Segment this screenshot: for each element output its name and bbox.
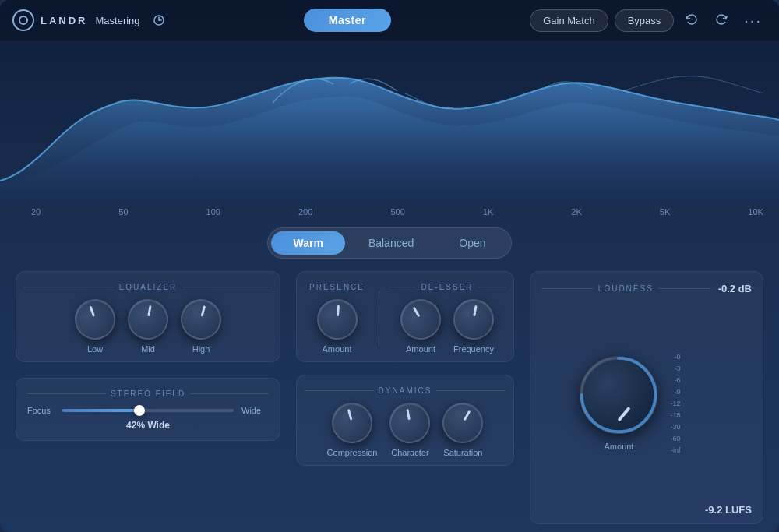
freq-labels: 20 50 100 200 500 1K 2K 5K 10K <box>0 204 779 220</box>
middle-panel: PRESENCE Amount <box>296 271 514 524</box>
tone-track: Warm Balanced Open <box>267 227 511 259</box>
meter-label-6: -6 <box>670 376 680 384</box>
left-panel: EQUALIZER Low Mid <box>16 271 280 524</box>
dynamics-compression-label: Compression <box>327 448 378 457</box>
presence-panel: PRESENCE Amount <box>305 283 379 354</box>
desser-freq-indicator <box>473 305 477 316</box>
desser-line-left <box>389 287 416 287</box>
presence-indicator <box>336 305 339 316</box>
presence-header: PRESENCE <box>305 283 369 291</box>
eq-mid-container: Mid <box>128 299 168 354</box>
compression-indicator <box>347 409 353 420</box>
freq-5k: 5K <box>660 207 670 217</box>
dynamics-header: DYNAMICS <box>305 386 506 395</box>
stereo-section: STEREO FIELD Focus Wide 42% Wide <box>16 378 280 441</box>
gain-match-button[interactable]: Gain Match <box>530 9 608 32</box>
stereo-slider[interactable] <box>62 409 234 412</box>
dynamics-compression-knob[interactable] <box>327 398 377 448</box>
header: LANDR Mastering Master Gain Match Bypass <box>0 0 779 41</box>
eq-high-container: High <box>181 299 221 354</box>
redo-button[interactable] <box>710 10 733 30</box>
loudness-main: Amount -0 -3 -6 -9 -12 -18 -30 -60 <box>580 302 713 504</box>
loudness-db-value: -0.2 dB <box>718 283 752 294</box>
stereo-thumb[interactable] <box>134 405 145 416</box>
more-options-button[interactable]: ··· <box>739 9 767 33</box>
dynamics-saturation-container: Saturation <box>442 403 483 457</box>
dynamics-label: DYNAMICS <box>379 386 432 395</box>
logo-inner-circle <box>19 16 28 25</box>
tone-warm-button[interactable]: Warm <box>271 231 344 255</box>
dynamics-character-container: Character <box>390 403 430 457</box>
dynamics-saturation-label: Saturation <box>443 448 482 457</box>
de-esser-label: DE-ESSER <box>421 283 473 291</box>
desser-amount-knob[interactable] <box>393 291 448 347</box>
tone-selector: Warm Balanced Open <box>0 227 779 259</box>
dyn-line-right <box>436 390 506 391</box>
equalizer-section: EQUALIZER Low Mid <box>16 271 280 362</box>
knob-arc-svg <box>579 355 658 435</box>
stereo-slider-row: Focus Wide <box>27 406 269 415</box>
desser-freq-knob[interactable] <box>450 296 497 343</box>
loudness-amount-knob[interactable] <box>580 356 657 434</box>
freq-50: 50 <box>118 207 128 217</box>
stereo-wide-label: Wide <box>241 406 269 415</box>
app-container: LANDR Mastering Master Gain Match Bypass <box>0 0 779 532</box>
eq-low-container: Low <box>75 299 115 354</box>
stereo-focus-text <box>27 420 55 431</box>
eq-line-left <box>24 287 115 287</box>
presence-knobs: Amount <box>305 299 369 354</box>
tone-balanced-button[interactable]: Balanced <box>347 231 435 255</box>
loud-line-left <box>541 288 594 289</box>
freq-2k: 2K <box>571 207 581 217</box>
loudness-header: LOUDNESS -0.2 dB <box>541 283 752 294</box>
presence-amount-knob[interactable] <box>315 298 358 341</box>
loudness-amount-label: Amount <box>605 442 634 451</box>
eq-high-indicator <box>201 305 206 316</box>
desser-freq-container: Frequency <box>453 299 494 354</box>
eq-mid-knob[interactable] <box>125 296 171 343</box>
desser-amount-indicator <box>413 307 421 318</box>
stereo-focus-label: Focus <box>27 406 55 415</box>
stereo-line-left <box>27 393 106 394</box>
freq-20: 20 <box>31 207 41 217</box>
header-timer <box>153 14 165 26</box>
dynamics-section: DYNAMICS Compression Character <box>296 375 514 466</box>
meter-group: -0 -3 -6 -9 -12 -18 -30 -60 -inf <box>670 353 713 454</box>
presence-amount-container: Amount <box>317 299 358 354</box>
controls-area: EQUALIZER Low Mid <box>0 271 779 532</box>
meter-label-9: -9 <box>670 388 680 396</box>
presence-amount-label: Amount <box>323 344 352 354</box>
presence-label: PRESENCE <box>309 283 365 291</box>
right-panel: LOUDNESS -0.2 dB <box>530 271 763 524</box>
undo-icon <box>685 13 699 27</box>
desser-freq-label: Frequency <box>453 344 494 354</box>
de-esser-header: DE-ESSER <box>389 283 506 291</box>
meter-label-18: -18 <box>670 411 680 419</box>
eq-low-knob[interactable] <box>69 294 122 346</box>
freq-500: 500 <box>390 207 404 217</box>
eq-high-label: High <box>192 344 210 354</box>
stereo-label: STEREO FIELD <box>111 389 185 398</box>
de-esser-panel: DE-ESSER Amount <box>379 283 506 354</box>
eq-low-indicator <box>89 306 95 317</box>
equalizer-label: EQUALIZER <box>119 283 178 291</box>
dynamics-saturation-knob[interactable] <box>435 395 491 450</box>
logo-product: Mastering <box>96 15 140 26</box>
equalizer-knobs: Low Mid High <box>24 299 272 354</box>
dynamics-character-knob[interactable] <box>386 400 433 446</box>
equalizer-header: EQUALIZER <box>24 283 272 291</box>
desser-amount-container: Amount <box>400 299 441 354</box>
dynamics-compression-container: Compression <box>327 403 378 457</box>
timer-icon <box>153 14 165 26</box>
eq-low-label: Low <box>87 344 103 354</box>
master-button[interactable]: Master <box>304 9 391 32</box>
undo-button[interactable] <box>680 10 703 30</box>
bypass-button[interactable]: Bypass <box>615 9 675 32</box>
logo-icon <box>12 9 34 31</box>
loudness-section: LOUDNESS -0.2 dB <box>530 271 763 524</box>
character-indicator <box>407 409 411 420</box>
stereo-fill <box>62 409 139 412</box>
tone-open-button[interactable]: Open <box>437 231 507 255</box>
stereo-values: 42% Wide <box>27 420 269 431</box>
eq-high-knob[interactable] <box>176 294 226 344</box>
